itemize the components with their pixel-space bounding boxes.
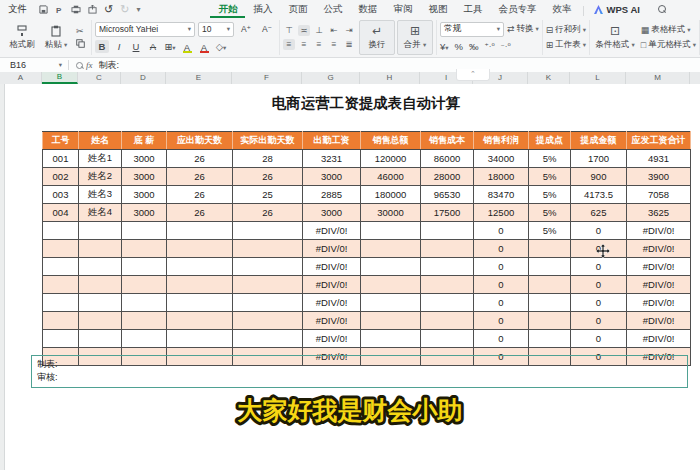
table-cell[interactable] — [421, 330, 474, 348]
conditional-format-button[interactable]: ⊡ 条件格式 ▾ — [593, 20, 637, 55]
align-left-icon[interactable]: ≡ — [283, 39, 295, 50]
file-menu[interactable]: 文件 — [0, 3, 35, 16]
number-format-select[interactable]: 常规▾ — [440, 22, 504, 37]
column-header-H[interactable]: H — [360, 72, 420, 84]
table-cell[interactable] — [167, 276, 233, 294]
borders-button[interactable]: ⊞▾ — [163, 40, 177, 54]
table-cell[interactable]: 26 — [233, 168, 303, 186]
convert-button[interactable]: ⇄转换▾ — [507, 23, 539, 35]
rows-columns-button[interactable]: ⊟行和列▾ — [546, 24, 586, 36]
clear-format-icon[interactable]: ◇▾ — [214, 40, 228, 54]
table-cell[interactable]: 12500 — [474, 204, 529, 222]
table-cell[interactable]: 86000 — [421, 150, 474, 168]
table-cell[interactable] — [122, 258, 167, 276]
table-cell[interactable] — [167, 294, 233, 312]
table-header-cell[interactable]: 销售总额 — [361, 132, 421, 150]
table-cell[interactable]: 5% — [529, 150, 571, 168]
table-cell[interactable]: 46000 — [361, 168, 421, 186]
table-cell[interactable]: 3000 — [122, 150, 167, 168]
table-cell[interactable]: 姓名2 — [79, 168, 122, 186]
decrease-indent-icon[interactable]: ⇤ — [328, 25, 340, 36]
table-cell[interactable]: #DIV/0! — [303, 330, 361, 348]
table-cell[interactable]: 3000 — [122, 186, 167, 204]
font-size-select[interactable]: 10▾ — [198, 22, 234, 37]
table-cell[interactable]: 0 — [571, 222, 627, 240]
tab-开始[interactable]: 开始 — [210, 0, 245, 18]
table-cell[interactable] — [79, 222, 122, 240]
table-cell[interactable] — [361, 294, 421, 312]
undo-icon[interactable]: ↺ — [104, 3, 113, 16]
table-cell[interactable]: 25 — [233, 186, 303, 204]
table-cell[interactable]: 1700 — [571, 150, 627, 168]
table-cell[interactable]: 5% — [529, 222, 571, 240]
table-cell[interactable] — [233, 276, 303, 294]
table-header-cell[interactable]: 应出勤天数 — [167, 132, 233, 150]
increase-decimal-icon[interactable]: ⁺·⁰ — [485, 40, 495, 53]
table-cell[interactable]: 17500 — [421, 204, 474, 222]
table-header-cell[interactable]: 工号 — [43, 132, 79, 150]
copy-icon[interactable] — [76, 39, 85, 50]
table-cell[interactable] — [233, 240, 303, 258]
table-cell[interactable]: 26 — [167, 186, 233, 204]
table-cell[interactable]: 3900 — [627, 168, 691, 186]
table-cell[interactable] — [167, 330, 233, 348]
tab-效率[interactable]: 效率 — [544, 0, 579, 18]
redo-icon[interactable]: ↻ — [120, 3, 129, 16]
format-painter-button[interactable]: 格式刷 — [5, 20, 39, 55]
table-cell[interactable]: #DIV/0! — [303, 294, 361, 312]
column-header-L[interactable]: L — [570, 72, 626, 84]
column-header-E[interactable]: E — [166, 72, 232, 84]
table-cell[interactable] — [167, 240, 233, 258]
table-cell[interactable] — [421, 276, 474, 294]
export-pdf-icon[interactable]: P — [55, 5, 64, 14]
table-cell[interactable] — [43, 294, 79, 312]
table-cell[interactable] — [421, 294, 474, 312]
tab-插入[interactable]: 插入 — [245, 0, 280, 18]
table-cell[interactable]: 0 — [571, 330, 627, 348]
name-box[interactable]: B16 ▾ — [0, 60, 62, 70]
valign-middle-icon[interactable]: ≍ — [298, 25, 310, 36]
table-cell[interactable] — [529, 294, 571, 312]
column-header-K[interactable]: K — [528, 72, 570, 84]
table-cell[interactable]: 姓名4 — [79, 204, 122, 222]
table-cell[interactable] — [529, 240, 571, 258]
table-cell[interactable] — [421, 258, 474, 276]
collapse-ribbon-button[interactable]: ⌃ — [456, 69, 490, 81]
table-cell[interactable] — [79, 312, 122, 330]
table-header-cell[interactable]: 应发工资合计 — [627, 132, 691, 150]
table-cell[interactable] — [43, 276, 79, 294]
table-cell[interactable] — [43, 312, 79, 330]
valign-bottom-icon[interactable]: ⊥ — [313, 25, 325, 36]
percent-icon[interactable]: % — [455, 40, 463, 53]
sheet-area[interactable]: 电商运营工资提成表自动计算 工号姓名底 薪应出勤天数实际出勤天数出勤工资销售总额… — [0, 84, 700, 470]
merge-cells-button[interactable]: ⊞ 合并 ▾ — [397, 20, 433, 55]
shrink-font-icon[interactable]: A⁻ — [258, 23, 276, 36]
table-cell[interactable]: #DIV/0! — [627, 222, 691, 240]
table-cell[interactable]: 0 — [474, 312, 529, 330]
table-cell[interactable]: 0 — [474, 276, 529, 294]
table-cell[interactable] — [122, 330, 167, 348]
table-cell[interactable]: 4173.5 — [571, 186, 627, 204]
table-cell[interactable]: 3231 — [303, 150, 361, 168]
table-cell[interactable]: 004 — [43, 204, 79, 222]
table-cell[interactable]: 003 — [43, 186, 79, 204]
table-cell[interactable] — [421, 312, 474, 330]
table-cell[interactable]: 26 — [233, 204, 303, 222]
column-header-A[interactable]: A — [0, 72, 42, 84]
table-cell[interactable]: 26 — [167, 168, 233, 186]
thousands-separator-icon[interactable]: ‰ — [469, 40, 479, 53]
wrap-text-button[interactable]: ↵ 换行 — [359, 20, 395, 55]
table-cell[interactable] — [361, 222, 421, 240]
table-cell[interactable] — [421, 240, 474, 258]
table-cell[interactable]: 0 — [571, 294, 627, 312]
table-cell[interactable]: #DIV/0! — [627, 258, 691, 276]
tab-视图[interactable]: 视图 — [420, 0, 455, 18]
table-cell[interactable]: 3000 — [303, 204, 361, 222]
table-cell[interactable]: #DIV/0! — [303, 312, 361, 330]
table-cell[interactable] — [361, 240, 421, 258]
valign-top-icon[interactable]: ⊤ — [283, 25, 295, 36]
table-cell[interactable] — [361, 276, 421, 294]
tab-公式[interactable]: 公式 — [315, 0, 350, 18]
cell-style-button[interactable]: □单元格样式▾ — [641, 39, 696, 51]
table-cell[interactable]: 120000 — [361, 150, 421, 168]
